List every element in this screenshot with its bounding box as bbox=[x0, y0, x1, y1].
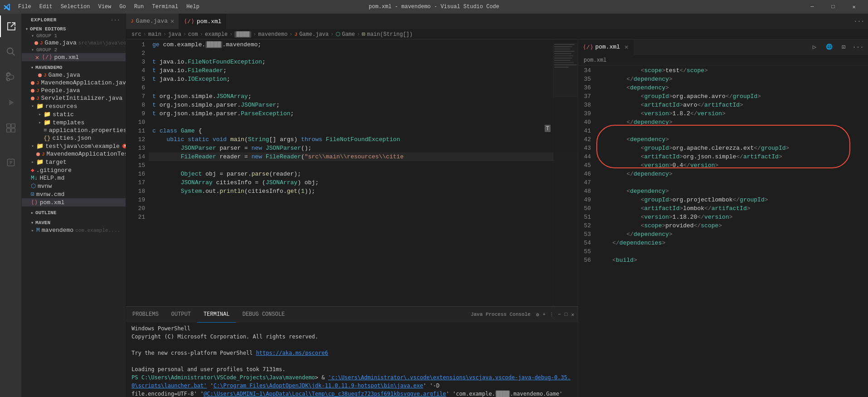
titlebar-title: pom.xml - mavendemo - Visual Studio Code bbox=[369, 4, 499, 10]
menu-selection[interactable]: Selection bbox=[57, 3, 94, 11]
tab-game-java-label: Game.java bbox=[136, 18, 168, 25]
menu-go[interactable]: Go bbox=[116, 3, 129, 11]
bc-example[interactable]: example bbox=[205, 31, 228, 38]
menu-file[interactable]: File bbox=[15, 3, 35, 11]
mavendemo-app-item[interactable]: J MavendemoApplication.java bbox=[22, 79, 126, 87]
code-content[interactable]: ge com.example.████.mavendemo; t java.io… bbox=[149, 39, 578, 306]
terminal-content[interactable]: Windows PowerShell Copyright (C) Microso… bbox=[126, 323, 578, 397]
java-link[interactable]: C:\Program Files\AdoptOpenJDK\jdk-11.0.1… bbox=[214, 382, 423, 389]
tab-debug-console[interactable]: DEBUG CONSOLE bbox=[236, 307, 291, 323]
close-button[interactable]: ✕ bbox=[844, 0, 864, 14]
tests-error bbox=[36, 152, 40, 156]
terminal-gear-icon[interactable]: ⚙ bbox=[536, 312, 539, 318]
bc-redacted[interactable]: ████ bbox=[234, 31, 251, 38]
tab-problems[interactable]: PROBLEMS bbox=[126, 307, 165, 323]
right-tab-pom[interactable]: ⟨/⟩ pom.xml ✕ bbox=[578, 39, 634, 55]
tab-output[interactable]: OUTPUT bbox=[165, 307, 197, 323]
tab-game-java[interactable]: J Game.java ✕ bbox=[126, 14, 179, 29]
people-java-label: People.java bbox=[41, 87, 80, 94]
tabs-more-button[interactable]: ··· bbox=[850, 14, 868, 29]
terminal-add-icon[interactable]: + bbox=[543, 312, 546, 317]
maven-title[interactable]: MAVEN bbox=[22, 218, 126, 226]
code-editor[interactable]: 12345 678910 1112131415 1617181920 21 ge… bbox=[126, 39, 578, 306]
cities-json-item[interactable]: {} cities.json bbox=[22, 134, 126, 142]
mvnw-item[interactable]: ⬡ mvnw bbox=[22, 182, 126, 190]
minimize-button[interactable]: ─ bbox=[802, 0, 823, 14]
open-game-java[interactable]: J Game.java src\main\java\co... bbox=[22, 39, 126, 47]
xml-line-43: 43 <groupId>org.apache.clerezza.ext</gro… bbox=[578, 144, 868, 152]
static-folder[interactable]: ▸ 📁 static bbox=[22, 110, 126, 118]
code-line-9: t org.json.simple.parser.ParseException; bbox=[149, 109, 578, 118]
open-pom-xml[interactable]: ✕ ⟨/⟩ pom.xml bbox=[22, 53, 126, 61]
maximize-button[interactable]: □ bbox=[823, 0, 844, 14]
pom-xml-item[interactable]: ⟨⟩ pom.xml bbox=[22, 198, 126, 206]
bc-gamejava[interactable]: J Game.java bbox=[294, 31, 328, 38]
maven-mavendemo[interactable]: ▸ M mavendemo com.example.... bbox=[22, 226, 126, 234]
editor-tabs: J Game.java ✕ ⟨/⟩ pom.xml ··· bbox=[126, 14, 868, 29]
help-md-item[interactable]: M↓ HELP.md bbox=[22, 174, 126, 182]
tab-pom-xml-left[interactable]: ⟨/⟩ pom.xml bbox=[179, 14, 226, 29]
resources-arrow: ▾ bbox=[29, 103, 36, 109]
target-folder[interactable]: ▸ 📁 target bbox=[22, 158, 126, 166]
servlet-error bbox=[31, 97, 34, 100]
bc-src[interactable]: src bbox=[132, 31, 141, 38]
code-line-6 bbox=[149, 83, 578, 92]
activity-run-debug[interactable] bbox=[0, 92, 22, 113]
terminal-close-icon[interactable]: ✕ bbox=[571, 312, 574, 318]
left-editor: 12345 678910 1112131415 1617181920 21 ge… bbox=[126, 39, 578, 397]
pscore-link[interactable]: https://aka.ms/pscore6 bbox=[256, 350, 328, 356]
right-pom-close[interactable]: ✕ bbox=[624, 43, 628, 51]
sidebar-more-icon[interactable]: ··· bbox=[111, 17, 120, 23]
bc-main-method[interactable]: ⊡ main(String[]) bbox=[362, 31, 413, 38]
servlet-java-item[interactable]: J ServletInitializer.java bbox=[22, 94, 126, 102]
bc-java[interactable]: java bbox=[168, 31, 181, 38]
activity-source-control[interactable] bbox=[0, 66, 22, 88]
resources-folder[interactable]: ▾ 📁 resources bbox=[22, 102, 126, 110]
target-arrow: ▸ bbox=[29, 159, 36, 165]
right-split-btn[interactable]: ⊡ bbox=[837, 41, 850, 54]
activity-java[interactable] bbox=[0, 152, 22, 173]
menu-terminal[interactable]: Terminal bbox=[148, 3, 182, 11]
tab-game-java-close[interactable]: ✕ bbox=[171, 17, 174, 25]
tab-terminal[interactable]: TERMINAL bbox=[197, 307, 236, 323]
right-run-btn[interactable]: ▷ bbox=[808, 41, 821, 54]
vscode-logo-icon bbox=[4, 3, 11, 10]
open-editors-group[interactable]: OPEN EDITORS bbox=[22, 25, 126, 33]
argfile-link[interactable]: @C:\Users\ADMINI~1\AppData\Local\Temp\cp… bbox=[204, 391, 446, 397]
activity-explorer[interactable] bbox=[0, 15, 22, 37]
bc-game-class[interactable]: ⬡ Game bbox=[336, 31, 355, 38]
mavendemo-title[interactable]: MAVENDEMO bbox=[22, 63, 126, 71]
gitignore-label: .gitignore bbox=[36, 167, 72, 174]
menu-run[interactable]: Run bbox=[131, 3, 148, 11]
app-props-item[interactable]: ≡ application.properties bbox=[22, 127, 126, 134]
people-java-item[interactable]: J People.java bbox=[22, 87, 126, 94]
bc-com[interactable]: com bbox=[188, 31, 198, 38]
menu-edit[interactable]: Edit bbox=[36, 3, 56, 11]
game-java-item[interactable]: J Game.java bbox=[22, 71, 126, 79]
gitignore-item[interactable]: ◆ .gitignore bbox=[22, 166, 126, 174]
right-tabs: ⟨/⟩ pom.xml ✕ ▷ 🌐 ⊡ ··· bbox=[578, 39, 868, 55]
activity-search[interactable] bbox=[0, 41, 22, 63]
bc-mavendemo[interactable]: mavendemo bbox=[258, 31, 288, 38]
menu-view[interactable]: View bbox=[94, 3, 115, 11]
mvnw-cmd-item[interactable]: ⊡ mvnw.cmd bbox=[22, 190, 126, 198]
outline-title[interactable]: OUTLINE bbox=[22, 208, 126, 216]
menu-help[interactable]: Help bbox=[183, 3, 203, 11]
test-folder[interactable]: ▾ 📁 test\java\com\example ● bbox=[22, 142, 126, 150]
bc-main[interactable]: main bbox=[148, 31, 161, 38]
activity-extensions[interactable] bbox=[0, 117, 22, 139]
terminal-expand-icon[interactable]: □ bbox=[565, 312, 568, 317]
md-icon: M↓ bbox=[31, 175, 38, 181]
terminal-split-icon[interactable]: ⋮ bbox=[549, 312, 554, 318]
close-icon[interactable]: ✕ bbox=[34, 54, 40, 60]
templates-folder[interactable]: ▸ 📁 templates bbox=[22, 118, 126, 127]
code-line-20 bbox=[149, 204, 578, 213]
maven-app-tests-label: MavendemoApplicationTests... bbox=[47, 151, 126, 157]
right-browser-btn[interactable]: 🌐 bbox=[823, 41, 835, 54]
xml-line-51: 51 <version>1.18.20</version> bbox=[578, 213, 868, 221]
xml-editor[interactable]: 34 <scope>test</scope> 35 </dependency> … bbox=[578, 65, 868, 397]
sidebar-header: EXPLORER ··· bbox=[22, 14, 126, 25]
terminal-minimize-icon[interactable]: − bbox=[558, 312, 561, 317]
right-more-btn[interactable]: ··· bbox=[852, 41, 864, 54]
maven-app-tests-item[interactable]: J MavendemoApplicationTests... bbox=[22, 150, 126, 158]
